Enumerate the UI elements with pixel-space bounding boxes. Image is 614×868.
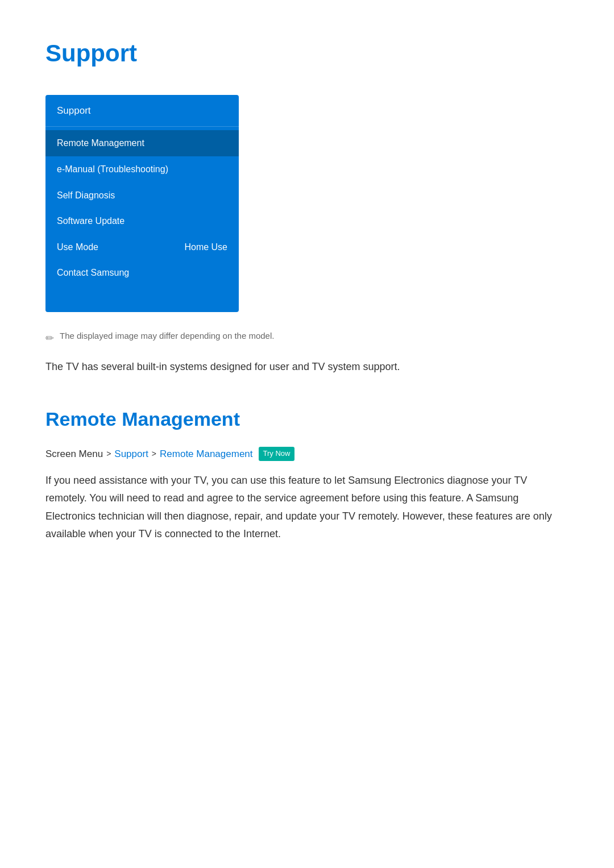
- breadcrumb-link-support[interactable]: Support: [114, 446, 148, 462]
- menu-item-label: Software Update: [57, 214, 125, 229]
- breadcrumb-root: Screen Menu: [45, 446, 103, 462]
- menu-item-value: Home Use: [184, 240, 227, 255]
- breadcrumb-link-remote[interactable]: Remote Management: [160, 446, 252, 462]
- menu-item[interactable]: Self Diagnosis: [45, 182, 239, 209]
- menu-item[interactable]: Software Update: [45, 208, 239, 234]
- breadcrumb-sep1: >: [106, 447, 111, 460]
- menu-item[interactable]: Use ModeHome Use: [45, 234, 239, 260]
- note-row: ✏ The displayed image may differ dependi…: [45, 329, 569, 347]
- menu-panel: Support Remote Managemente-Manual (Troub…: [45, 95, 239, 312]
- menu-item[interactable]: e-Manual (Troubleshooting): [45, 156, 239, 182]
- menu-items: Remote Managemente-Manual (Troubleshooti…: [45, 127, 239, 289]
- menu-item-label: Use Mode: [57, 240, 98, 255]
- menu-item-label: Contact Samsung: [57, 265, 129, 280]
- pencil-icon: ✏: [45, 330, 54, 347]
- body-text: If you need assistance with your TV, you…: [45, 472, 569, 543]
- breadcrumb: Screen Menu > Support > Remote Managemen…: [45, 446, 569, 462]
- description-text: The TV has several built-in systems desi…: [45, 358, 569, 376]
- try-now-badge[interactable]: Try Now: [259, 447, 295, 461]
- menu-item[interactable]: Remote Management: [45, 130, 239, 156]
- menu-item-label: Self Diagnosis: [57, 188, 115, 203]
- page-title: Support: [45, 34, 569, 72]
- menu-item[interactable]: Contact Samsung: [45, 260, 239, 286]
- breadcrumb-sep2: >: [152, 447, 156, 460]
- menu-item-label: Remote Management: [57, 136, 144, 151]
- menu-item-label: e-Manual (Troubleshooting): [57, 162, 168, 177]
- menu-spacer: [45, 289, 239, 312]
- menu-header: Support: [45, 95, 239, 127]
- section-title: Remote Management: [45, 404, 569, 434]
- note-text: The displayed image may differ depending…: [60, 329, 274, 343]
